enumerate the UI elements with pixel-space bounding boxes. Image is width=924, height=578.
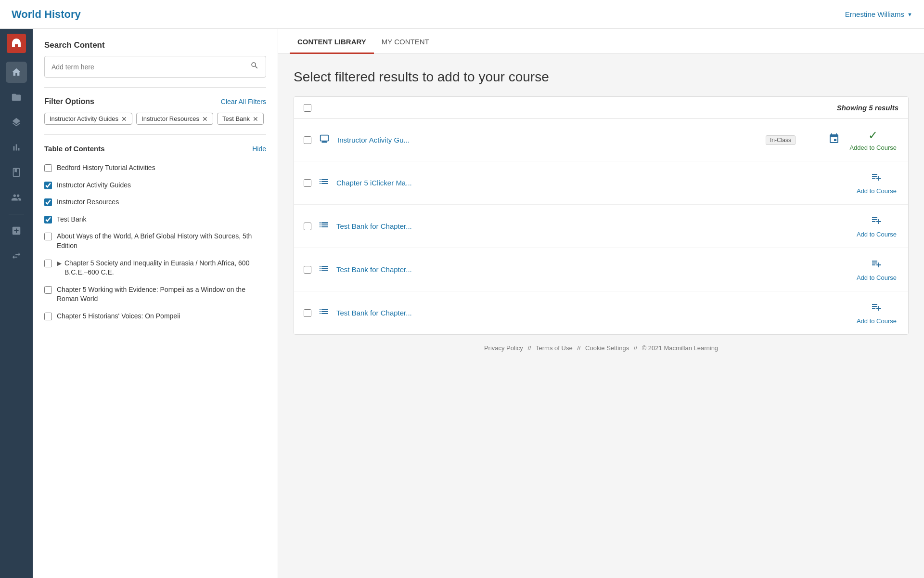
filter-options-section: Filter Options Clear All Filters Instruc… — [44, 97, 266, 125]
content-area: CONTENT LIBRARY MY CONTENT Select filter… — [278, 29, 924, 578]
filter-tag-activity: Instructor Activity Guides ✕ — [44, 113, 132, 125]
list-icon-1 — [318, 176, 330, 190]
nav-item-layers[interactable] — [6, 112, 27, 133]
nav-item-users[interactable] — [6, 187, 27, 208]
main-layout: Search Content Filter Options Clear All … — [0, 29, 924, 578]
toc-label-4: About Ways of the World, A Brief Global … — [57, 232, 266, 250]
row-checkbox-3[interactable] — [304, 266, 311, 274]
table-row: Instructor Activity Gu... In-Class ✓ Add… — [294, 119, 908, 161]
filter-options-title: Filter Options — [44, 97, 94, 106]
add-to-course-button-1[interactable]: Add to Course — [855, 169, 898, 197]
list-lines-icon-4 — [318, 306, 330, 320]
toc-label-7: Chapter 5 Historians' Voices: On Pompeii — [57, 312, 180, 321]
top-header: World History Ernestine Williams ▼ — [0, 0, 924, 29]
add-label-1: Add to Course — [857, 187, 897, 195]
filter-options-header: Filter Options Clear All Filters — [44, 97, 266, 106]
filter-tag-resources: Instructor Resources ✕ — [136, 113, 213, 125]
results-table: Showing 5 results Instructor Activity Gu… — [294, 96, 909, 335]
add-to-course-button-2[interactable]: Add to Course — [855, 212, 898, 240]
chevron-down-icon: ▼ — [907, 12, 912, 17]
page-title: Select filtered results to add to your c… — [294, 69, 909, 85]
toc-label-0: Bedford History Tutorial Activities — [57, 163, 155, 173]
clear-filters-link[interactable]: Clear All Filters — [221, 98, 266, 105]
add-to-course-button-4[interactable]: Add to Course — [855, 299, 898, 327]
toc-checkbox-4[interactable] — [44, 233, 52, 240]
row-checkbox-1[interactable] — [304, 179, 311, 187]
result-actions-4: Add to Course — [802, 299, 898, 327]
search-button[interactable] — [244, 56, 266, 77]
toc-checkbox-3[interactable] — [44, 216, 52, 223]
filter-tags: Instructor Activity Guides ✕ Instructor … — [44, 113, 266, 125]
toc-section: Table of Contents Hide Bedford History T… — [44, 144, 266, 325]
toc-section-header: Table of Contents Hide — [44, 144, 266, 153]
nav-item-notebook[interactable] — [6, 162, 27, 183]
toc-checkbox-1[interactable] — [44, 182, 52, 189]
footer-cookies[interactable]: Cookie Settings — [585, 344, 629, 352]
logo-icon[interactable] — [7, 34, 26, 53]
toc-item-6: Chapter 5 Working with Evidence: Pompeii… — [44, 281, 266, 308]
row-checkbox-4[interactable] — [304, 309, 311, 317]
add-list-icon-1 — [871, 171, 882, 185]
filter-tag-testbank-remove[interactable]: ✕ — [253, 116, 258, 122]
toc-checkbox-2[interactable] — [44, 198, 52, 206]
filter-tag-activity-remove[interactable]: ✕ — [121, 116, 127, 122]
toc-checkbox-7[interactable] — [44, 313, 52, 320]
toc-label-3: Test Bank — [57, 215, 86, 224]
toc-checkbox-6[interactable] — [44, 286, 52, 294]
add-calendar-button-0[interactable] — [826, 131, 842, 149]
toc-item-3: Test Bank — [44, 211, 266, 228]
row-checkbox-2[interactable] — [304, 223, 311, 230]
toc-checkbox-0[interactable] — [44, 164, 52, 172]
filter-tag-resources-remove[interactable]: ✕ — [202, 116, 208, 122]
user-menu[interactable]: Ernestine Williams ▼ — [845, 10, 912, 18]
list-lines-icon-2 — [318, 219, 330, 234]
add-to-course-button-3[interactable]: Add to Course — [855, 256, 898, 283]
divider-1 — [44, 87, 266, 88]
nav-item-transfer[interactable] — [6, 245, 27, 266]
nav-item-chart[interactable] — [6, 137, 27, 158]
search-section: Search Content — [44, 40, 266, 78]
toc-item-7: Chapter 5 Historians' Voices: On Pompeii — [44, 308, 266, 325]
divider-2 — [44, 134, 266, 135]
nav-item-folder[interactable] — [6, 87, 27, 108]
sep-1: // — [527, 344, 531, 352]
result-title-2[interactable]: Test Bank for Chapter... — [336, 222, 796, 230]
toc-label-2: Instructor Resources — [57, 197, 119, 207]
added-label-0: Added to Course — [849, 144, 897, 151]
toc-item-4: About Ways of the World, A Brief Global … — [44, 228, 266, 254]
result-actions-3: Add to Course — [802, 256, 898, 283]
add-list-icon-3 — [871, 258, 882, 272]
tab-my-content[interactable]: MY CONTENT — [374, 29, 437, 54]
result-title-1[interactable]: Chapter 5 iClicker Ma... — [336, 179, 796, 187]
content-main: Select filtered results to add to your c… — [278, 54, 924, 578]
tabs-bar: CONTENT LIBRARY MY CONTENT — [278, 29, 924, 54]
results-header: Showing 5 results — [294, 97, 908, 119]
result-title-0[interactable]: Instructor Activity Gu... — [337, 136, 759, 144]
toc-hide-link[interactable]: Hide — [252, 145, 266, 153]
filter-tag-testbank: Test Bank ✕ — [217, 113, 264, 125]
nav-item-home[interactable] — [6, 62, 27, 83]
sep-2: // — [577, 344, 580, 352]
header-left: World History — [12, 8, 81, 21]
footer-privacy[interactable]: Privacy Policy — [484, 344, 523, 352]
row-checkbox-0[interactable] — [304, 136, 311, 144]
sidebar-nav — [0, 29, 33, 578]
search-input[interactable] — [45, 58, 244, 76]
toc-checkbox-5[interactable] — [44, 260, 52, 267]
added-to-course-button-0[interactable]: ✓ Added to Course — [847, 127, 898, 153]
footer-terms[interactable]: Terms of Use — [536, 344, 573, 352]
add-list-icon-4 — [871, 301, 882, 315]
nav-item-add[interactable] — [6, 220, 27, 241]
result-title-3[interactable]: Test Bank for Chapter... — [336, 265, 796, 274]
table-row: Test Bank for Chapter... Add to Course — [294, 291, 908, 334]
toc-item-5: ▶ Chapter 5 Society and Inequality in Eu… — [44, 255, 266, 281]
result-actions-1: Add to Course — [802, 169, 898, 197]
tab-content-library[interactable]: CONTENT LIBRARY — [290, 29, 374, 54]
nav-divider — [9, 214, 24, 214]
result-title-4[interactable]: Test Bank for Chapter... — [336, 309, 796, 317]
select-all-checkbox[interactable] — [304, 104, 311, 112]
toc-item-2: Instructor Resources — [44, 194, 266, 211]
checkmark-icon: ✓ — [868, 129, 878, 142]
search-box — [44, 56, 266, 78]
monitor-icon — [318, 133, 331, 147]
